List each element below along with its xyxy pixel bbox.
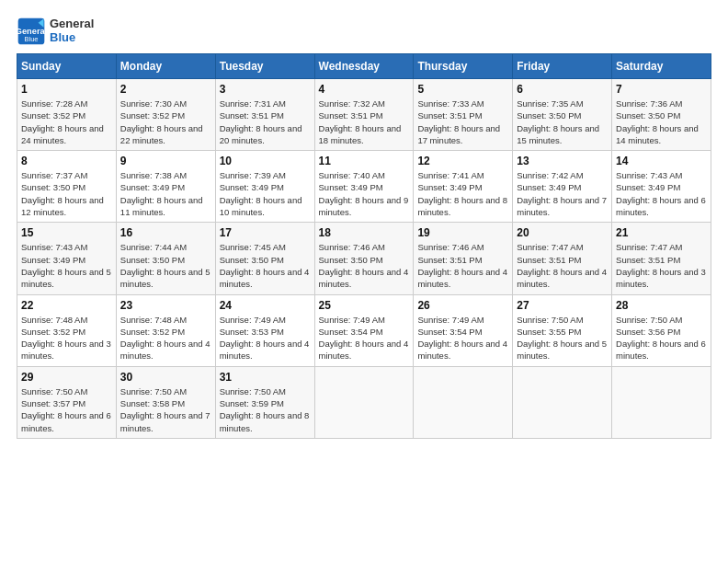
calendar-cell: 29 Sunrise: 7:50 AMSunset: 3:57 PMDaylig… (17, 366, 117, 438)
calendar-cell: 9 Sunrise: 7:38 AMSunset: 3:49 PMDayligh… (116, 151, 215, 223)
day-detail: Sunrise: 7:49 AMSunset: 3:53 PMDaylight:… (220, 314, 311, 362)
calendar-week-4: 22 Sunrise: 7:48 AMSunset: 3:52 PMDaylig… (17, 294, 711, 366)
calendar-cell: 27 Sunrise: 7:50 AMSunset: 3:55 PMDaylig… (513, 294, 612, 366)
weekday-header-tuesday: Tuesday (215, 54, 314, 79)
day-detail: Sunrise: 7:28 AMSunset: 3:52 PMDaylight:… (21, 98, 112, 146)
calendar-cell: 1 Sunrise: 7:28 AMSunset: 3:52 PMDayligh… (17, 79, 117, 151)
calendar-cell: 22 Sunrise: 7:48 AMSunset: 3:52 PMDaylig… (17, 294, 117, 366)
day-detail: Sunrise: 7:46 AMSunset: 3:51 PMDaylight:… (417, 241, 508, 290)
calendar-cell: 17 Sunrise: 7:45 AMSunset: 3:50 PMDaylig… (215, 223, 314, 294)
day-number: 26 (417, 299, 508, 312)
calendar-cell: 21 Sunrise: 7:47 AMSunset: 3:51 PMDaylig… (612, 223, 711, 294)
calendar-cell: 16 Sunrise: 7:44 AMSunset: 3:50 PMDaylig… (116, 223, 215, 294)
weekday-header-saturday: Saturday (612, 54, 711, 79)
day-detail: Sunrise: 7:50 AMSunset: 3:56 PMDaylight:… (616, 314, 707, 362)
calendar-cell: 15 Sunrise: 7:43 AMSunset: 3:49 PMDaylig… (17, 223, 117, 294)
day-detail: Sunrise: 7:37 AMSunset: 3:50 PMDaylight:… (21, 169, 112, 218)
day-number: 18 (319, 226, 410, 239)
day-detail: Sunrise: 7:36 AMSunset: 3:50 PMDaylight:… (616, 98, 707, 146)
day-number: 17 (220, 226, 311, 239)
calendar-cell (612, 366, 711, 438)
calendar-cell: 4 Sunrise: 7:32 AMSunset: 3:51 PMDayligh… (314, 79, 414, 151)
day-number: 20 (517, 226, 608, 239)
calendar-week-1: 1 Sunrise: 7:28 AMSunset: 3:52 PMDayligh… (17, 79, 711, 151)
calendar-cell: 11 Sunrise: 7:40 AMSunset: 3:49 PMDaylig… (314, 151, 414, 223)
day-number: 9 (120, 155, 211, 167)
day-detail: Sunrise: 7:42 AMSunset: 3:49 PMDaylight:… (517, 169, 608, 218)
weekday-header-friday: Friday (513, 54, 612, 79)
weekday-header-wednesday: Wednesday (314, 54, 414, 79)
svg-text:General: General (17, 27, 46, 36)
page: General Blue General Blue SundayMondayTu… (0, 0, 728, 563)
day-number: 16 (120, 226, 211, 239)
day-number: 15 (21, 226, 112, 239)
day-detail: Sunrise: 7:45 AMSunset: 3:50 PMDaylight:… (220, 241, 311, 290)
calendar-cell (513, 366, 612, 438)
day-detail: Sunrise: 7:40 AMSunset: 3:49 PMDaylight:… (319, 169, 410, 218)
day-number: 27 (517, 299, 608, 312)
calendar-cell: 14 Sunrise: 7:43 AMSunset: 3:49 PMDaylig… (612, 151, 711, 223)
day-detail: Sunrise: 7:32 AMSunset: 3:51 PMDaylight:… (319, 98, 410, 146)
day-detail: Sunrise: 7:43 AMSunset: 3:49 PMDaylight:… (616, 169, 707, 218)
day-detail: Sunrise: 7:49 AMSunset: 3:54 PMDaylight:… (319, 314, 410, 362)
day-number: 14 (616, 155, 707, 167)
calendar-week-3: 15 Sunrise: 7:43 AMSunset: 3:49 PMDaylig… (17, 223, 711, 294)
day-number: 31 (220, 371, 311, 384)
calendar-cell: 26 Sunrise: 7:49 AMSunset: 3:54 PMDaylig… (414, 294, 513, 366)
calendar-cell: 31 Sunrise: 7:50 AMSunset: 3:59 PMDaylig… (215, 366, 314, 438)
calendar-cell: 10 Sunrise: 7:39 AMSunset: 3:49 PMDaylig… (215, 151, 314, 223)
day-detail: Sunrise: 7:50 AMSunset: 3:58 PMDaylight:… (120, 385, 211, 434)
day-number: 23 (120, 299, 211, 312)
day-number: 24 (220, 299, 311, 312)
weekday-header-sunday: Sunday (17, 54, 117, 79)
day-number: 25 (319, 299, 410, 312)
day-detail: Sunrise: 7:46 AMSunset: 3:50 PMDaylight:… (319, 241, 410, 290)
calendar-week-5: 29 Sunrise: 7:50 AMSunset: 3:57 PMDaylig… (17, 366, 711, 438)
calendar-table: SundayMondayTuesdayWednesdayThursdayFrid… (17, 53, 711, 439)
calendar-cell (414, 366, 513, 438)
day-detail: Sunrise: 7:47 AMSunset: 3:51 PMDaylight:… (517, 241, 608, 290)
weekday-header-row: SundayMondayTuesdayWednesdayThursdayFrid… (17, 54, 711, 79)
calendar-week-2: 8 Sunrise: 7:37 AMSunset: 3:50 PMDayligh… (17, 151, 711, 223)
calendar-cell: 2 Sunrise: 7:30 AMSunset: 3:52 PMDayligh… (116, 79, 215, 151)
day-detail: Sunrise: 7:50 AMSunset: 3:55 PMDaylight:… (517, 314, 608, 362)
calendar-cell (314, 366, 414, 438)
weekday-header-monday: Monday (116, 54, 215, 79)
calendar-cell: 20 Sunrise: 7:47 AMSunset: 3:51 PMDaylig… (513, 223, 612, 294)
calendar-cell: 12 Sunrise: 7:41 AMSunset: 3:49 PMDaylig… (414, 151, 513, 223)
calendar-cell: 25 Sunrise: 7:49 AMSunset: 3:54 PMDaylig… (314, 294, 414, 366)
calendar-cell: 5 Sunrise: 7:33 AMSunset: 3:51 PMDayligh… (414, 79, 513, 151)
day-detail: Sunrise: 7:38 AMSunset: 3:49 PMDaylight:… (120, 169, 211, 218)
logo: General Blue General Blue (17, 17, 94, 46)
weekday-header-thursday: Thursday (414, 54, 513, 79)
day-detail: Sunrise: 7:47 AMSunset: 3:51 PMDaylight:… (616, 241, 707, 290)
day-detail: Sunrise: 7:33 AMSunset: 3:51 PMDaylight:… (417, 98, 508, 146)
day-number: 30 (120, 371, 211, 384)
logo-icon: General Blue (17, 17, 46, 46)
calendar-cell: 13 Sunrise: 7:42 AMSunset: 3:49 PMDaylig… (513, 151, 612, 223)
day-number: 6 (517, 83, 608, 96)
day-number: 29 (21, 371, 112, 384)
day-number: 21 (616, 226, 707, 239)
day-number: 19 (417, 226, 508, 239)
day-number: 2 (120, 83, 211, 96)
day-detail: Sunrise: 7:30 AMSunset: 3:52 PMDaylight:… (120, 98, 211, 146)
logo-text: General Blue (50, 17, 94, 45)
calendar-cell: 23 Sunrise: 7:48 AMSunset: 3:52 PMDaylig… (116, 294, 215, 366)
calendar-cell: 3 Sunrise: 7:31 AMSunset: 3:51 PMDayligh… (215, 79, 314, 151)
calendar-cell: 6 Sunrise: 7:35 AMSunset: 3:50 PMDayligh… (513, 79, 612, 151)
day-number: 13 (517, 155, 608, 167)
day-detail: Sunrise: 7:31 AMSunset: 3:51 PMDaylight:… (220, 98, 311, 146)
day-detail: Sunrise: 7:35 AMSunset: 3:50 PMDaylight:… (517, 98, 608, 146)
day-number: 1 (21, 83, 112, 96)
day-number: 7 (616, 83, 707, 96)
day-number: 12 (417, 155, 508, 167)
calendar-cell: 7 Sunrise: 7:36 AMSunset: 3:50 PMDayligh… (612, 79, 711, 151)
calendar-cell: 24 Sunrise: 7:49 AMSunset: 3:53 PMDaylig… (215, 294, 314, 366)
day-detail: Sunrise: 7:50 AMSunset: 3:59 PMDaylight:… (220, 385, 311, 434)
day-detail: Sunrise: 7:49 AMSunset: 3:54 PMDaylight:… (417, 314, 508, 362)
day-number: 3 (220, 83, 311, 96)
day-detail: Sunrise: 7:50 AMSunset: 3:57 PMDaylight:… (21, 385, 112, 434)
calendar-cell: 18 Sunrise: 7:46 AMSunset: 3:50 PMDaylig… (314, 223, 414, 294)
day-number: 11 (319, 155, 410, 167)
